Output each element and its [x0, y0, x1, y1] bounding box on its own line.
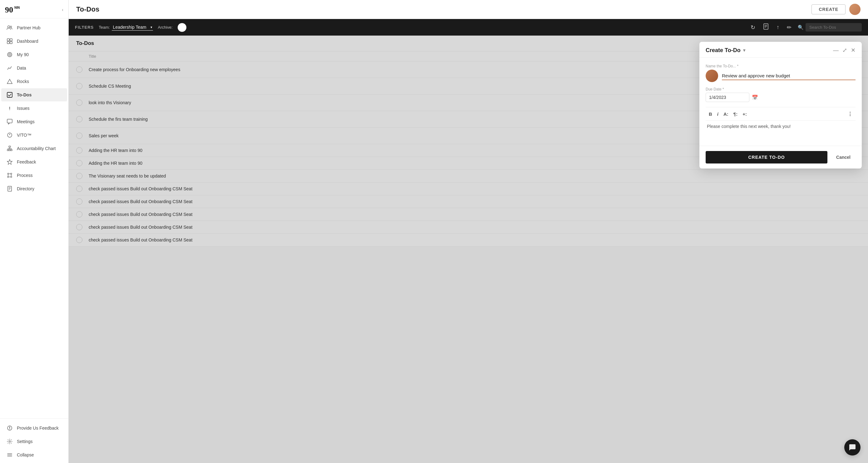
svg-rect-36 [8, 186, 11, 191]
edit-button[interactable]: ✏ [785, 23, 793, 32]
sidebar-item-label: Partner Hub [17, 25, 40, 30]
people-icon [6, 24, 13, 31]
sidebar-item-rocks[interactable]: Rocks [1, 75, 67, 88]
sidebar-item-collapse[interactable]: Collapse [1, 448, 67, 461]
sidebar-item-settings[interactable]: Settings [1, 435, 67, 448]
checkbox-icon [6, 91, 13, 98]
feedback-icon [6, 425, 13, 431]
sidebar-item-directory[interactable]: Directory [1, 182, 67, 195]
creator-avatar [706, 70, 718, 82]
book-icon [6, 185, 13, 192]
modal-expand-button[interactable]: ⤢ [842, 47, 847, 54]
svg-point-29 [11, 173, 12, 174]
sidebar-item-label: Meetings [17, 119, 35, 124]
modal-title: Create To-Do ▾ [706, 47, 745, 54]
org-icon [6, 145, 13, 152]
search-input[interactable] [806, 23, 862, 32]
svg-marker-17 [9, 134, 10, 135]
upload-button[interactable]: ↑ [775, 23, 781, 32]
editor-section: B i A: ¶: +: ⋮ Please complete this next… [706, 107, 856, 139]
font-size-button[interactable]: A: [721, 110, 730, 118]
sidebar-item-label: Process [17, 173, 33, 178]
app-logo: 90 NINETY [5, 5, 20, 14]
page-header: To-Dos CREATE [69, 0, 868, 19]
svg-rect-47 [764, 24, 768, 29]
sidebar-item-todos[interactable]: To-Dos [1, 88, 67, 101]
sidebar-collapse-chevron[interactable]: ‹ [62, 7, 63, 12]
collapse-icon [6, 452, 13, 458]
sidebar-item-vto[interactable]: V/TO™ [1, 129, 67, 142]
sidebar-item-label: V/TO™ [17, 133, 31, 138]
modal-footer: CREATE TO-DO Cancel [700, 146, 862, 168]
bold-button[interactable]: B [707, 110, 714, 118]
sidebar-item-dashboard[interactable]: Dashboard [1, 35, 67, 48]
sidebar-item-label: Feedback [17, 159, 36, 164]
italic-button[interactable]: i [715, 110, 720, 118]
sidebar-item-issues[interactable]: Issues [1, 102, 67, 115]
editor-content[interactable]: Please complete this next week, thank yo… [706, 121, 856, 139]
filters-label: FILTERS [75, 25, 94, 30]
modal-header-controls: — ⤢ ✕ [833, 47, 856, 54]
cancel-button[interactable]: Cancel [831, 151, 856, 164]
sidebar-item-data[interactable]: Data [1, 62, 67, 74]
mountain-icon [6, 78, 13, 85]
svg-rect-6 [7, 41, 9, 44]
sidebar-item-my90[interactable]: My 90 [1, 48, 67, 61]
sidebar-item-partner-hub[interactable]: Partner Hub [1, 21, 67, 34]
sidebar-footer: Provide Us Feedback Settings Collapse [0, 419, 68, 463]
refresh-button[interactable]: ↻ [749, 23, 756, 32]
svg-rect-21 [11, 150, 12, 151]
svg-point-42 [9, 429, 10, 430]
svg-rect-15 [7, 119, 12, 123]
team-select[interactable]: Leadership Team [112, 24, 153, 31]
modal-close-button[interactable]: ✕ [851, 47, 856, 54]
create-todo-modal: Create To-Do ▾ — ⤢ ✕ Name the To-Do... * [700, 42, 862, 168]
sidebar-item-label: My 90 [17, 52, 29, 57]
star-icon [6, 159, 13, 165]
calendar-icon[interactable]: 📅 [752, 95, 758, 100]
svg-rect-12 [7, 92, 12, 97]
paragraph-button[interactable]: ¶: [732, 110, 739, 118]
svg-point-43 [9, 441, 11, 442]
svg-rect-5 [10, 39, 12, 41]
sidebar-item-accountability-chart[interactable]: Accountability Chart [1, 142, 67, 155]
svg-point-14 [9, 109, 10, 110]
chat-icon [6, 118, 13, 125]
modal-body: Name the To-Do... * Due Date * 📅 [700, 58, 862, 146]
sidebar-item-meetings[interactable]: Meetings [1, 115, 67, 128]
todo-name-group: Name the To-Do... * [706, 64, 856, 82]
todo-name-input[interactable] [722, 72, 856, 80]
todo-name-label: Name the To-Do... * [706, 64, 856, 68]
sidebar-item-provide-feedback[interactable]: Provide Us Feedback [1, 422, 67, 435]
sidebar-nav: Partner Hub Dashboard My 90 Data [0, 19, 68, 419]
due-date-input[interactable] [706, 93, 749, 102]
due-date-group: Due Date * 📅 [706, 87, 856, 102]
archive-toggle[interactable] [178, 23, 186, 32]
sidebar-item-process[interactable]: Process [1, 169, 67, 182]
svg-marker-27 [7, 159, 12, 164]
page-title: To-Dos [76, 5, 99, 13]
header-right: CREATE [811, 4, 861, 15]
plus-button[interactable]: +: [741, 110, 749, 118]
sidebar-item-label: Settings [17, 439, 33, 444]
exclamation-icon [6, 105, 13, 112]
pdf-button[interactable] [762, 22, 770, 32]
create-button[interactable]: CREATE [811, 4, 845, 14]
modal-minimize-button[interactable]: — [833, 47, 839, 54]
svg-point-10 [9, 54, 10, 55]
svg-rect-19 [7, 150, 9, 151]
svg-rect-18 [9, 146, 11, 147]
svg-rect-20 [9, 150, 11, 151]
grid-icon [6, 38, 13, 44]
sidebar-item-label: Directory [17, 186, 34, 191]
sidebar-item-feedback[interactable]: Feedback [1, 155, 67, 168]
user-avatar[interactable] [849, 4, 861, 15]
more-options-button[interactable]: ⋮ [846, 110, 854, 118]
sidebar-logo: 90 NINETY ‹ [0, 0, 68, 19]
team-filter: Team: Leadership Team ▾ [99, 24, 153, 31]
create-todo-button[interactable]: CREATE TO-DO [706, 151, 828, 164]
process-icon [6, 172, 13, 179]
chat-bubble[interactable] [844, 439, 861, 456]
filters-bar: FILTERS Team: Leadership Team ▾ Archive:… [69, 19, 868, 36]
modal-title-chevron[interactable]: ▾ [743, 48, 745, 53]
